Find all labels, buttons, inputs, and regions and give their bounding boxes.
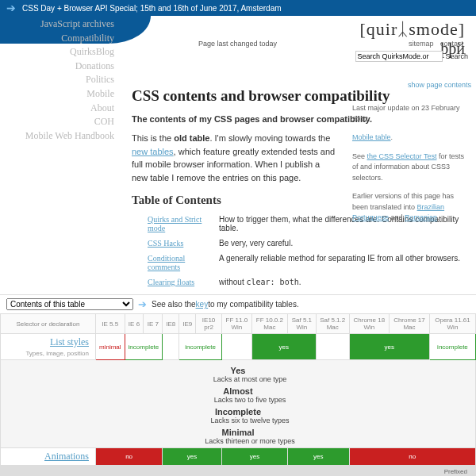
compat-cell: yes	[251, 334, 316, 360]
compat-cell	[221, 334, 251, 360]
row-link[interactable]: List styles	[50, 336, 89, 347]
compat-cell: yes	[349, 334, 429, 360]
col-header: FF 11.0 Win	[221, 314, 251, 334]
promo-banner[interactable]: ➔ CSS Day + Browser API Special; 15th an…	[0, 0, 476, 16]
compat-cell: incomplete	[429, 334, 475, 360]
col-header: IE 6	[125, 314, 144, 334]
key-link[interactable]: key	[196, 300, 209, 309]
sitemap-link[interactable]: sitemap	[409, 40, 434, 48]
nav-item[interactable]: Compatibility	[2, 32, 121, 46]
translation-ro-link[interactable]: Romanian	[405, 213, 437, 221]
nav-item[interactable]: Politics	[2, 73, 121, 87]
nav-item[interactable]: QuirksBlog	[2, 45, 121, 60]
col-header: IE 7	[144, 314, 163, 334]
col-header: FF 10.0.2 Mac	[251, 314, 287, 334]
compat-cell: no	[349, 448, 475, 466]
compat-cell: no	[96, 448, 163, 466]
search: Search	[355, 51, 468, 62]
compat-cell: minimal	[96, 334, 125, 360]
compat-cell: incomplete	[125, 334, 163, 360]
col-header: Chrome 18 Win	[349, 314, 389, 334]
col-header: Chrome 17 Mac	[389, 314, 429, 334]
selector-test-link[interactable]: the CSS Selector Test	[367, 152, 437, 160]
nav-item[interactable]: Mobile	[2, 87, 121, 102]
col-header: IE8	[163, 314, 179, 334]
compat-cell	[163, 334, 179, 360]
toc-link[interactable]: Quirks and Strict mode	[148, 215, 219, 232]
table-row: Animations no yes yes yes no	[1, 448, 476, 466]
compat-cell: incomplete	[179, 334, 222, 360]
header-row: Selector or declaration IE 5.5 IE 6 IE 7…	[1, 314, 476, 334]
logo-main: [quirᛣsmode]	[317, 19, 465, 40]
toc-link[interactable]: Conditional comments	[148, 254, 219, 271]
arrow-right-icon: ➔	[138, 298, 147, 310]
nav-item[interactable]: JavaScript archives	[2, 17, 121, 32]
last-update: Last major update on 23 February 2012.	[352, 103, 471, 125]
col-header: IE10 pr2	[196, 314, 222, 334]
col-header: IE9	[179, 314, 196, 334]
prefixed-row: Prefixed	[1, 466, 476, 477]
contact-link[interactable]: contact	[440, 40, 463, 48]
toc-link[interactable]: Clearing floats	[148, 278, 219, 286]
legend: YesLacks at most one type AlmostLacks tw…	[1, 360, 476, 448]
col-header: Saf 5.1 Win	[287, 314, 316, 334]
compat-cell: yes	[163, 448, 222, 466]
search-button[interactable]: Search	[445, 52, 468, 60]
mobile-table-link[interactable]: Mobile table	[352, 133, 391, 141]
new-tables-link[interactable]: new tables	[132, 147, 174, 156]
sidebar-nav: JavaScript archives Compatibility Quirks…	[2, 17, 121, 143]
toc-link[interactable]: CSS Hacks	[148, 239, 219, 248]
compat-cell	[316, 334, 349, 360]
body-paragraph: This is the old table. I'm slowly moving…	[132, 132, 338, 184]
utility-links: sitemap contact	[409, 40, 468, 48]
arrow-right-icon: ➔	[6, 2, 16, 14]
page-title: CSS contents and browser compatibility	[132, 87, 471, 105]
aside: Last major update on 23 February 2012. M…	[352, 103, 471, 232]
row-link[interactable]: Animations	[44, 451, 89, 462]
show-contents-link[interactable]: show page contents	[408, 81, 471, 89]
compat-cell: yes	[221, 448, 287, 466]
page-last-changed: Page last changed today	[198, 40, 277, 48]
nav-item[interactable]: Mobile Web Handbook	[2, 129, 121, 144]
contents-dropdown[interactable]: Contents of this table	[6, 298, 133, 310]
compat-cell: yes	[287, 448, 349, 466]
col-header: Saf 5.1.2 Mac	[316, 314, 349, 334]
table-row: List stylesTypes, image, position minima…	[1, 334, 476, 360]
search-input[interactable]	[355, 51, 443, 62]
col-header: Opera 11.61 Win	[429, 314, 475, 334]
col-header: Selector or declaration	[1, 314, 96, 334]
toc-desc: without clear: both.	[219, 278, 301, 286]
col-header: IE 5.5	[96, 314, 125, 334]
toc-desc: A generally reliable method for separati…	[219, 254, 460, 271]
nav-item[interactable]: About	[2, 102, 121, 116]
nav-item[interactable]: Donations	[2, 60, 121, 74]
nav-item[interactable]: COH	[2, 115, 121, 129]
toc-desc: Be very, very careful.	[219, 239, 293, 248]
compat-table: Selector or declaration IE 5.5 IE 6 IE 7…	[0, 313, 476, 476]
banner-text: CSS Day + Browser API Special; 15th and …	[22, 4, 282, 13]
table-controls: Contents of this table ➔ See also the ke…	[0, 294, 476, 313]
